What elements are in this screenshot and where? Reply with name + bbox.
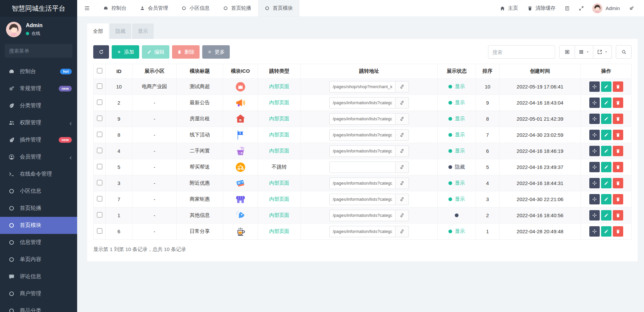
jump-type-label[interactable]: 内部页面 bbox=[269, 196, 289, 202]
link-button[interactable] bbox=[395, 178, 409, 189]
sidebar-item-信息管理[interactable]: 信息管理 bbox=[0, 234, 77, 251]
row-move-button[interactable] bbox=[589, 114, 600, 124]
jump-url-input[interactable] bbox=[329, 210, 395, 221]
admin-menu[interactable]: Admin bbox=[605, 5, 620, 11]
row-checkbox[interactable] bbox=[97, 132, 102, 137]
row-move-button[interactable] bbox=[589, 146, 600, 156]
status-toggle[interactable]: 显示 bbox=[448, 196, 465, 202]
row-move-button[interactable] bbox=[589, 81, 600, 92]
row-edit-button[interactable] bbox=[601, 130, 611, 140]
home-link[interactable]: 主页 bbox=[495, 0, 523, 16]
jump-type-label[interactable]: 内部页面 bbox=[269, 148, 289, 153]
jump-url-input[interactable] bbox=[329, 113, 395, 125]
top-tab-首页轮播[interactable]: 首页轮播 bbox=[216, 0, 258, 16]
jump-url-input[interactable] bbox=[329, 194, 395, 205]
row-checkbox[interactable] bbox=[97, 100, 102, 105]
sidebar-item-小区信息[interactable]: 小区信息 bbox=[0, 183, 77, 200]
status-toggle[interactable]: 隐藏 bbox=[448, 164, 465, 170]
status-toggle[interactable]: 显示 bbox=[448, 100, 465, 106]
top-tab-会员管理[interactable]: 会员管理 bbox=[133, 0, 175, 16]
row-edit-button[interactable] bbox=[601, 226, 611, 237]
row-move-button[interactable] bbox=[589, 210, 600, 221]
clear-cache-button[interactable]: 清除缓存 bbox=[523, 0, 560, 16]
row-delete-button[interactable] bbox=[613, 178, 623, 188]
sidebar-item-商户管理[interactable]: 商户管理 bbox=[0, 285, 77, 302]
advanced-search-button[interactable] bbox=[616, 45, 632, 59]
table-search-input[interactable] bbox=[488, 45, 555, 59]
row-move-button[interactable] bbox=[589, 178, 600, 188]
status-toggle[interactable]: 显示 bbox=[448, 132, 465, 138]
top-tab-首页模块[interactable]: 首页模块 bbox=[258, 0, 300, 16]
sidebar-item-首页轮播[interactable]: 首页轮播 bbox=[0, 200, 77, 217]
row-delete-button[interactable] bbox=[613, 226, 623, 237]
row-checkbox[interactable] bbox=[97, 116, 102, 121]
row-delete-button[interactable] bbox=[613, 130, 623, 140]
sidebar-item-权限管理[interactable]: 权限管理‹ bbox=[0, 114, 77, 131]
row-delete-button[interactable] bbox=[613, 98, 623, 108]
row-move-button[interactable] bbox=[589, 194, 600, 204]
top-tab-控制台[interactable]: 控制台 bbox=[97, 0, 133, 16]
delete-button[interactable]: 删除 bbox=[172, 45, 200, 59]
row-edit-button[interactable] bbox=[601, 162, 611, 172]
jump-url-input[interactable] bbox=[329, 162, 395, 173]
row-checkbox[interactable] bbox=[97, 164, 102, 169]
fullscreen-button[interactable] bbox=[574, 0, 588, 16]
select-all-checkbox[interactable] bbox=[97, 68, 102, 73]
edit-button[interactable]: 编辑 bbox=[142, 45, 169, 59]
jump-type-label[interactable]: 内部页面 bbox=[269, 83, 289, 89]
link-button[interactable] bbox=[395, 210, 409, 221]
jump-type-label[interactable]: 内部页面 bbox=[269, 180, 289, 186]
status-toggle[interactable]: 显示 bbox=[448, 83, 465, 90]
link-button[interactable] bbox=[395, 194, 409, 205]
jump-url-input[interactable] bbox=[329, 97, 395, 109]
row-edit-button[interactable] bbox=[601, 98, 611, 108]
sidebar-item-会员管理[interactable]: 会员管理‹ bbox=[0, 148, 77, 166]
status-toggle[interactable]: 显示 bbox=[448, 180, 465, 186]
row-move-button[interactable] bbox=[589, 130, 600, 140]
sidebar-item-评论信息[interactable]: 评论信息 bbox=[0, 268, 77, 285]
row-checkbox[interactable] bbox=[97, 228, 102, 234]
detail-view-button[interactable] bbox=[559, 45, 575, 59]
row-edit-button[interactable] bbox=[601, 81, 611, 92]
sidebar-item-插件管理[interactable]: 插件管理new bbox=[0, 131, 77, 148]
admin-avatar[interactable] bbox=[592, 3, 602, 13]
settings-button[interactable] bbox=[625, 0, 639, 16]
row-checkbox[interactable] bbox=[97, 83, 102, 89]
row-checkbox[interactable] bbox=[97, 196, 102, 201]
link-button[interactable] bbox=[395, 97, 409, 109]
row-edit-button[interactable] bbox=[601, 210, 611, 221]
jump-type-label[interactable]: 内部页面 bbox=[269, 212, 289, 218]
link-button[interactable] bbox=[395, 226, 409, 237]
jump-type-label[interactable]: 内部页面 bbox=[269, 100, 289, 105]
jump-url-input[interactable] bbox=[329, 129, 395, 141]
jump-type-label[interactable]: 内部页面 bbox=[269, 228, 289, 234]
top-tab-小区信息[interactable]: 小区信息 bbox=[175, 0, 216, 16]
sidebar-item-商品分类[interactable]: 商品分类 bbox=[0, 302, 77, 312]
row-delete-button[interactable] bbox=[613, 210, 623, 221]
document-button[interactable] bbox=[560, 0, 574, 16]
row-delete-button[interactable] bbox=[613, 114, 623, 124]
row-delete-button[interactable] bbox=[613, 194, 623, 204]
row-checkbox[interactable] bbox=[97, 180, 102, 185]
row-edit-button[interactable] bbox=[601, 194, 611, 204]
link-button[interactable] bbox=[395, 81, 409, 92]
more-button[interactable]: 更多 bbox=[202, 45, 230, 59]
link-button[interactable] bbox=[395, 162, 409, 173]
status-toggle[interactable]: 显示 bbox=[448, 148, 465, 154]
sidebar-item-控制台[interactable]: 控制台hot bbox=[0, 63, 77, 80]
row-checkbox[interactable] bbox=[97, 212, 102, 217]
status-toggle[interactable]: 显示 bbox=[448, 228, 465, 235]
filter-tab-全部[interactable]: 全部 bbox=[87, 23, 109, 39]
sidebar-item-首页模块[interactable]: 首页模块 bbox=[0, 217, 77, 234]
row-edit-button[interactable] bbox=[601, 146, 611, 156]
sidebar-item-单页内容[interactable]: 单页内容 bbox=[0, 251, 77, 268]
sidebar-item-分类管理[interactable]: 分类管理 bbox=[0, 97, 77, 114]
jump-url-input[interactable] bbox=[329, 81, 395, 92]
menu-toggle-button[interactable] bbox=[77, 0, 97, 16]
sidebar-search-input[interactable] bbox=[9, 48, 76, 54]
jump-url-input[interactable] bbox=[329, 178, 395, 189]
export-dropdown-button[interactable] bbox=[593, 45, 612, 59]
row-edit-button[interactable] bbox=[601, 114, 611, 124]
filter-tab-隐藏[interactable]: 隐藏 bbox=[110, 23, 131, 39]
refresh-button[interactable] bbox=[93, 45, 109, 59]
